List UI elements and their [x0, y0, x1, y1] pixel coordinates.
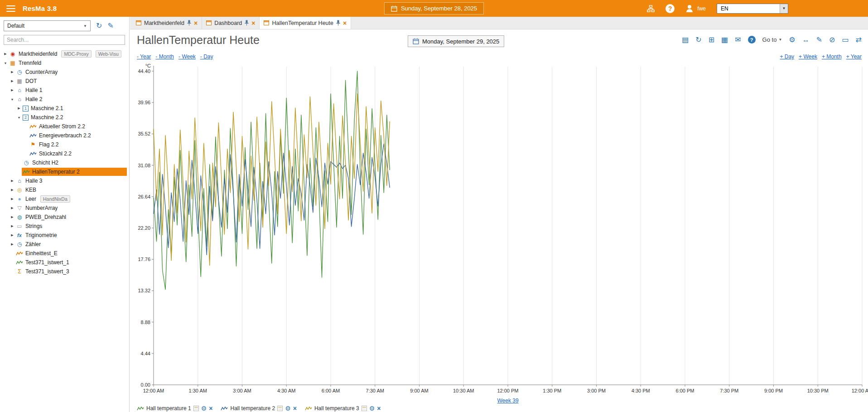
- tree-item-stückzahl-2-2[interactable]: Stückzahl 2.2: [0, 149, 129, 158]
- export-excel-icon[interactable]: ⊞: [709, 36, 714, 44]
- menu-icon[interactable]: [6, 5, 15, 12]
- close-icon[interactable]: ×: [377, 405, 381, 412]
- close-icon[interactable]: ×: [251, 20, 255, 26]
- search-input[interactable]: [4, 35, 125, 45]
- tree-item-numberarray[interactable]: ▶▽NumberArray: [0, 204, 129, 213]
- expanded-arrow-icon[interactable]: ▼: [16, 116, 22, 119]
- collapsed-arrow-icon[interactable]: ▶: [3, 52, 8, 56]
- pin-icon[interactable]: [187, 20, 191, 26]
- print-icon[interactable]: ▤: [682, 36, 689, 44]
- collapsed-arrow-icon[interactable]: ▶: [16, 107, 22, 110]
- collapsed-arrow-icon[interactable]: ▶: [10, 242, 15, 246]
- help-icon[interactable]: ?: [665, 4, 675, 13]
- gear-icon[interactable]: ⚙: [369, 405, 375, 412]
- collapsed-arrow-icon[interactable]: ▶: [10, 215, 15, 219]
- nav-month[interactable]: + Month: [822, 53, 842, 60]
- export-mail-icon[interactable]: ✉: [735, 36, 741, 44]
- week-link[interactable]: Week 39: [497, 397, 518, 404]
- language-select[interactable]: EN ▼: [717, 4, 788, 14]
- tree-item-schicht-h2[interactable]: ◷Schicht H2: [0, 158, 129, 167]
- tree-item-marktheidenfeld[interactable]: ▶◉MarktheidenfeldMDC-ProxyWeb-Visu: [0, 49, 129, 58]
- tree-item-maschine-2-1[interactable]: ▶1Maschine 2.1: [0, 104, 129, 113]
- tree-item-halle-3[interactable]: ▶⌂Halle 3: [0, 176, 129, 185]
- table-icon[interactable]: [277, 406, 283, 411]
- tree-item-flag-2-2[interactable]: ⚑Flag 2.2: [0, 140, 129, 149]
- sync-icon[interactable]: ⇄: [856, 36, 862, 44]
- export-chart-icon[interactable]: ▦: [721, 36, 728, 44]
- expanded-arrow-icon[interactable]: ▼: [3, 62, 8, 65]
- close-icon[interactable]: ×: [209, 405, 212, 412]
- tree-item-halle-2[interactable]: ▼⌂Halle 2: [0, 95, 129, 104]
- tree-item-keb[interactable]: ▶◎KEB: [0, 185, 129, 194]
- tree-item-strings[interactable]: ▶▭Strings: [0, 222, 129, 231]
- table-icon[interactable]: [362, 406, 367, 411]
- counter-icon: ◷: [16, 69, 23, 75]
- clear-icon[interactable]: ▭: [842, 36, 849, 44]
- collapsed-arrow-icon[interactable]: ▶: [10, 206, 15, 210]
- tree-item-leer[interactable]: ▶●LeerHandNixDa: [0, 194, 129, 204]
- edit-icon[interactable]: ✎: [107, 22, 113, 29]
- tab-dashboard[interactable]: Dashboard×: [202, 17, 260, 29]
- tree-item-zähler[interactable]: ▶◷Zähler: [0, 240, 129, 249]
- hierarchy-icon[interactable]: [647, 5, 655, 12]
- settings-icon[interactable]: ⚙: [789, 36, 795, 44]
- close-icon[interactable]: ×: [194, 20, 198, 26]
- annotate-icon[interactable]: ✎: [816, 36, 822, 44]
- tree-item-counterarray[interactable]: ▶◷CounterArray: [0, 68, 129, 77]
- nav-month[interactable]: - Month: [155, 53, 174, 60]
- profile-select[interactable]: Default ▼: [4, 20, 91, 31]
- collapsed-arrow-icon[interactable]: ▶: [10, 70, 15, 74]
- close-icon[interactable]: ×: [343, 20, 347, 26]
- nav-year[interactable]: + Year: [846, 53, 862, 60]
- gear-icon[interactable]: ⚙: [201, 405, 207, 412]
- temperature-chart[interactable]: 12:00 AM1:30 AM3:00 AM4:30 AM6:00 AM7:30…: [130, 63, 868, 399]
- date-picker-button[interactable]: Monday, September 29, 2025: [408, 35, 504, 47]
- tree-item-halle-1[interactable]: ▶⌂Halle 1: [0, 86, 129, 95]
- gear-icon[interactable]: ⚙: [285, 405, 291, 412]
- refresh-icon[interactable]: ↻: [695, 36, 701, 44]
- nav-day[interactable]: - Day: [200, 53, 213, 60]
- svg-text:6:00 PM: 6:00 PM: [676, 388, 694, 393]
- tree-item-pweb-drehzahl[interactable]: ▶◍PWEB_Drehzahl: [0, 213, 129, 222]
- tree-item-triginometrie[interactable]: ▶fxTriginometrie: [0, 231, 129, 240]
- tree-item-dot[interactable]: ▶▦DOT: [0, 77, 129, 86]
- nav-back: - Year- Month- Week- Day: [137, 53, 213, 60]
- collapsed-arrow-icon[interactable]: ▶: [10, 188, 15, 192]
- collapsed-arrow-icon[interactable]: ▶: [10, 233, 15, 237]
- tree-item-maschine-2-2[interactable]: ▼2Maschine 2.2: [0, 113, 129, 122]
- table-icon[interactable]: [193, 406, 199, 411]
- svg-text:3:00 AM: 3:00 AM: [233, 388, 251, 393]
- refresh-icon[interactable]: ↻: [96, 22, 102, 29]
- tree-item-test371-istwert-3[interactable]: ΣTest371_istwert_3: [0, 267, 129, 276]
- nav-week[interactable]: + Week: [799, 53, 817, 60]
- tab-hallentemperatur-heute[interactable]: HallenTemperatur Heute×: [260, 17, 351, 29]
- nav-week[interactable]: - Week: [178, 53, 196, 60]
- tree-item-einheittest-e[interactable]: Einheittest_E: [0, 249, 129, 258]
- collapsed-arrow-icon[interactable]: ▶: [10, 179, 15, 183]
- topbar-date-display[interactable]: Sunday, September 28, 2025: [384, 2, 484, 15]
- tree-item-hallentemperatur-2[interactable]: HallenTemperatur 2: [0, 167, 129, 176]
- tree-item-test371-istwert-1[interactable]: Test371_istwert_1: [0, 258, 129, 267]
- tab-marktheidenfeld[interactable]: Marktheidenfeld×: [132, 17, 202, 29]
- series-chart-icon: [137, 406, 144, 411]
- pin-icon[interactable]: [336, 20, 340, 26]
- goto-menu[interactable]: Go to▼: [762, 36, 782, 43]
- tree-item-energieverbrauch-2-2[interactable]: Energieverbrauch 2.2: [0, 131, 129, 140]
- expanded-arrow-icon[interactable]: ▼: [10, 98, 15, 101]
- hide-series-icon[interactable]: ⊘: [829, 36, 835, 44]
- nav-day[interactable]: + Day: [780, 53, 794, 60]
- fit-width-icon[interactable]: ↔: [802, 36, 810, 44]
- collapsed-arrow-icon[interactable]: ▶: [10, 197, 15, 201]
- collapsed-arrow-icon[interactable]: ▶: [10, 224, 15, 228]
- nav-year[interactable]: - Year: [137, 53, 151, 60]
- close-icon[interactable]: ×: [293, 405, 297, 412]
- user-menu[interactable]: fwe: [685, 5, 706, 13]
- tree-item-trennfeld[interactable]: ▼▦Trennfeld: [0, 58, 129, 68]
- goto-label: Go to: [762, 36, 777, 43]
- tree-item-aktueller-strom-2-2[interactable]: Aktueller Strom 2.2: [0, 122, 129, 131]
- svg-text:22.20: 22.20: [138, 225, 150, 231]
- collapsed-arrow-icon[interactable]: ▶: [10, 79, 15, 83]
- help-icon[interactable]: ?: [748, 36, 756, 44]
- pin-icon[interactable]: [245, 20, 249, 26]
- collapsed-arrow-icon[interactable]: ▶: [10, 88, 15, 92]
